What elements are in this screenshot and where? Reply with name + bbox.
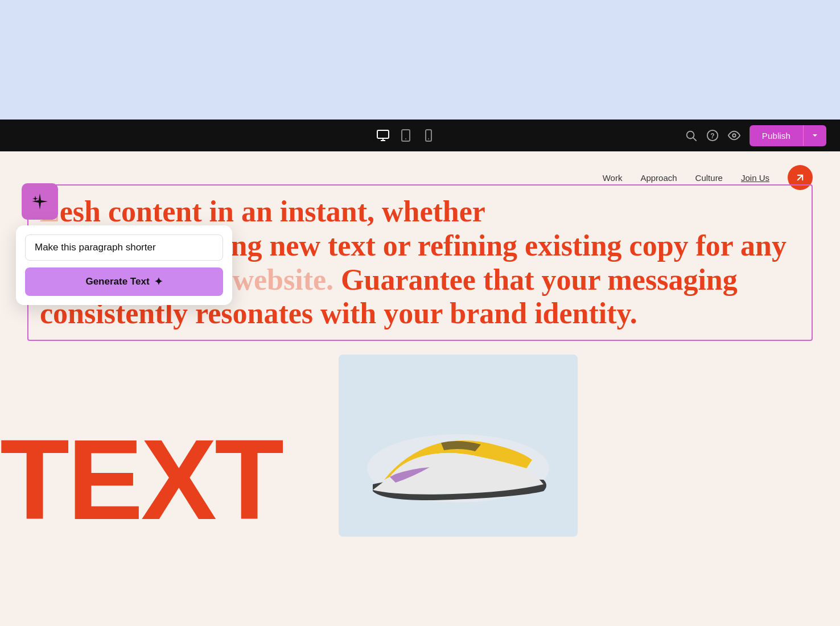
tablet-view-icon[interactable] — [399, 129, 413, 142]
help-icon[interactable]: ? — [706, 129, 719, 142]
nav-work[interactable]: Work — [603, 173, 623, 183]
mobile-view-icon[interactable] — [422, 129, 435, 142]
publish-button[interactable]: Publish — [750, 125, 826, 146]
ai-sparkle-button[interactable] — [22, 183, 58, 220]
svg-line-12 — [798, 175, 802, 180]
generate-text-label: Generate Text — [85, 276, 149, 287]
svg-rect-0 — [377, 130, 389, 138]
toolbar-right: ? Publish — [685, 125, 826, 146]
nav-join-us[interactable]: Join Us — [741, 173, 769, 183]
svg-line-8 — [693, 138, 696, 141]
bottom-section: TEXT — [0, 355, 840, 537]
shoe-image — [339, 355, 578, 537]
preview-icon[interactable] — [728, 129, 740, 142]
big-text-word: TEXT — [0, 423, 282, 537]
desktop-view-icon[interactable] — [376, 129, 390, 142]
svg-point-11 — [732, 134, 736, 137]
toolbar-center — [376, 129, 435, 142]
svg-text:?: ? — [710, 132, 714, 140]
ai-popup: Generate Text ✦ — [16, 225, 232, 305]
generate-sparkle-icon: ✦ — [154, 275, 163, 288]
publish-label: Publish — [750, 125, 803, 146]
generate-text-button[interactable]: Generate Text ✦ — [25, 267, 223, 296]
website-canvas: Work Approach Culture Join Us Generate T… — [0, 151, 840, 626]
publish-chevron[interactable] — [803, 125, 826, 146]
nav-approach[interactable]: Approach — [640, 173, 677, 183]
nav-culture[interactable]: Culture — [695, 173, 723, 183]
search-icon[interactable] — [685, 129, 697, 142]
toolbar: ? Publish — [0, 120, 840, 151]
ai-prompt-input[interactable] — [25, 234, 223, 261]
top-background — [0, 0, 840, 120]
